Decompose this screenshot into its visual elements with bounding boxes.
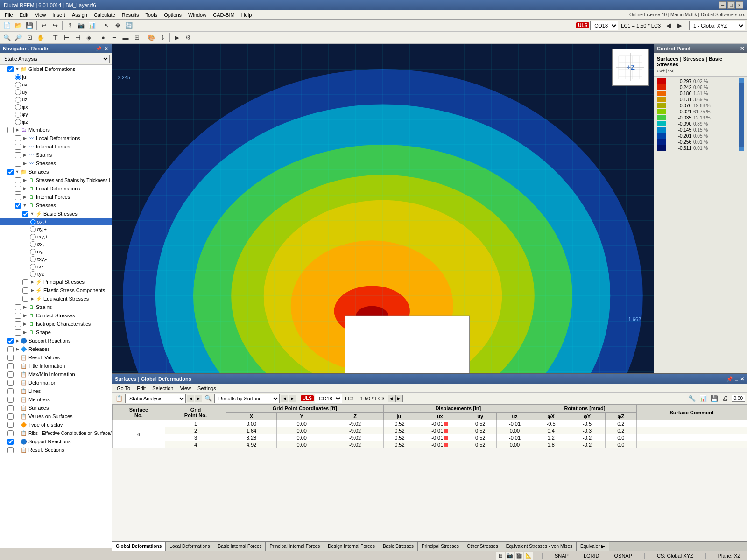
bp-header-buttons[interactable]: 📌 □ ✕ [726, 376, 744, 382]
tab-local-deformations[interactable]: Local Deformations [166, 542, 214, 551]
zoom-out[interactable]: 🔎 [13, 33, 23, 43]
menu-assign[interactable]: Assign [69, 11, 90, 19]
tab-equivaler[interactable]: Equivaler ▶ [577, 542, 609, 551]
bp-menu-edit[interactable]: Edit [134, 385, 148, 392]
menu-tools[interactable]: Tools [142, 11, 160, 19]
save-button[interactable]: 💾 [24, 21, 35, 31]
tree-local-def-m[interactable]: ▶ 〰 Local Deformations [0, 134, 112, 142]
tree-strains-m[interactable]: ▶ 〰 Strains [0, 151, 112, 159]
maximize-button[interactable]: □ [727, 1, 735, 9]
bp-analysis-combo[interactable]: Static Analysis [125, 394, 186, 403]
radio-txy-minus[interactable] [30, 256, 36, 262]
open-button[interactable]: 📂 [13, 21, 23, 31]
bp-table-container[interactable]: SurfaceNo. GridPoint No. Grid Point Coor… [112, 404, 747, 541]
minimize-button[interactable]: ─ [719, 1, 726, 9]
check-local-def-m[interactable] [15, 135, 21, 141]
tree-tyz[interactable]: τyz [0, 270, 112, 278]
tree-contact-stresses[interactable]: ▶ 🗒 Contact Stresses [0, 311, 112, 320]
expand-equivalent-stresses[interactable]: ▶ [29, 296, 35, 301]
radio-phix[interactable] [15, 104, 21, 110]
deform-mode[interactable]: ⤵ [157, 33, 168, 43]
check-support-reactions[interactable] [7, 338, 14, 344]
radio-sx-plus[interactable] [30, 219, 36, 225]
show-nodes[interactable]: ● [98, 33, 108, 43]
tree-members[interactable]: ▶ 🗂 Members [0, 126, 112, 134]
radio-uz[interactable] [15, 97, 21, 103]
bp-menu-view[interactable]: View [177, 385, 194, 392]
nav-header-buttons[interactable]: 📌 ✕ [95, 46, 109, 51]
tree-basic-stresses[interactable]: ▼ ⚡ Basic Stresses [0, 210, 112, 218]
tree-global-deformations[interactable]: ▼ 📁 Global Deformations [0, 65, 112, 73]
menu-options[interactable]: Options [161, 11, 184, 19]
cp-close[interactable]: ✕ [740, 46, 744, 52]
sb-icon-1[interactable]: 🖥 [496, 552, 505, 560]
check-surfaces-n[interactable] [7, 405, 14, 411]
analysis-type-select[interactable]: Static Analysis [2, 55, 110, 63]
menu-window[interactable]: Window [185, 11, 209, 19]
expand-local-def-s[interactable]: ▶ [22, 186, 28, 191]
tree-releases[interactable]: ▶ 🔷 Releases [0, 345, 112, 353]
animate[interactable]: ▶ [172, 33, 182, 43]
expand-releases[interactable]: ▶ [14, 346, 20, 352]
screenshot-button[interactable]: 📷 [76, 21, 86, 31]
bp-menu-settings[interactable]: Settings [195, 385, 219, 392]
nav-next[interactable]: ▶ [675, 21, 685, 31]
check-internal-forces[interactable] [15, 144, 21, 150]
settings2[interactable]: ⚙ [183, 33, 193, 43]
menu-file[interactable]: File [2, 11, 16, 19]
check-local-def-s[interactable] [15, 186, 21, 192]
menu-cadbim[interactable]: CAD-BIM [210, 11, 237, 19]
report-button[interactable]: 📊 [87, 21, 97, 31]
radio-txz[interactable] [30, 264, 36, 270]
coord-system-combo[interactable]: 1 - Global XYZ [689, 21, 745, 30]
tree-phiz[interactable]: φz [0, 118, 112, 126]
bp-tb-icon-5[interactable]: 🖨 [720, 393, 731, 404]
view-3d[interactable]: ◈ [84, 33, 94, 43]
check-global-deformations[interactable] [7, 66, 14, 72]
check-maxmin[interactable] [7, 371, 14, 378]
view-top[interactable]: ⊤ [50, 33, 60, 43]
move-button[interactable]: ✥ [113, 21, 123, 31]
tab-global-deformations[interactable]: Global Deformations [112, 542, 166, 551]
tree-sx-minus[interactable]: σx,- [0, 240, 112, 248]
show-surfaces[interactable]: ▬ [120, 33, 131, 43]
tree-txy-plus[interactable]: τxy,+ [0, 233, 112, 240]
tree-sy-plus[interactable]: σy,+ [0, 225, 112, 233]
tab-equivalent-stresses[interactable]: Equivalent Stresses - von Mises [502, 542, 577, 551]
expand-isotropic[interactable]: ▶ [22, 321, 28, 327]
menu-insert[interactable]: Insert [49, 11, 68, 19]
close-button[interactable]: ✕ [736, 1, 743, 9]
menu-help[interactable]: Help [239, 11, 255, 19]
tree-sy-minus[interactable]: σy,- [0, 248, 112, 255]
check-members-n[interactable] [7, 397, 14, 403]
bp-results-prev[interactable]: ◀ [281, 395, 288, 402]
bp-prev[interactable]: ◀ [187, 395, 194, 402]
tree-result-values[interactable]: ▶ 📋 Result Values [0, 353, 112, 362]
radio-ux[interactable] [15, 82, 21, 88]
tree-deformation[interactable]: ▶ 📋 Deformation [0, 378, 112, 387]
expand-members[interactable]: ▶ [14, 127, 20, 133]
expand-shape[interactable]: ▶ [22, 329, 28, 335]
tree-members-n[interactable]: ▶ 📋 Members [0, 395, 112, 404]
check-releases[interactable] [7, 346, 14, 352]
menu-view[interactable]: View [32, 11, 49, 19]
check-surfaces[interactable] [7, 169, 14, 175]
show-lines[interactable]: ━ [109, 33, 120, 43]
bp-tb-icon-3[interactable]: 📊 [698, 393, 708, 404]
select-button[interactable]: ↖ [101, 21, 112, 31]
nav-pin[interactable]: 📌 [95, 46, 102, 51]
nav-close[interactable]: ✕ [103, 46, 109, 51]
bp-lc-prev[interactable]: ◀ [388, 395, 395, 402]
tree-shape[interactable]: ▶ 🗒 Shape [0, 328, 112, 336]
undo-button[interactable]: ↩ [39, 21, 49, 31]
tree-isotropic[interactable]: ▶ 🗒 Isotropic Characteristics [0, 320, 112, 328]
tree-sx-plus[interactable]: σx,+ [0, 218, 112, 225]
tree-lines[interactable]: ▶ 📋 Lines [0, 387, 112, 395]
expand-internal-forces[interactable]: ▶ [22, 144, 28, 149]
expand-strains-s[interactable]: ▶ [22, 304, 28, 310]
bp-pin[interactable]: 📌 [726, 376, 733, 382]
radio-tyz[interactable] [30, 271, 36, 277]
tree-type-of-display[interactable]: ▶ 🔶 Type of display [0, 420, 112, 429]
tree-ribs[interactable]: ▶ 📋 Ribs - Effective Contribution on Sur… [0, 429, 112, 437]
radio-txy-plus[interactable] [30, 234, 36, 240]
